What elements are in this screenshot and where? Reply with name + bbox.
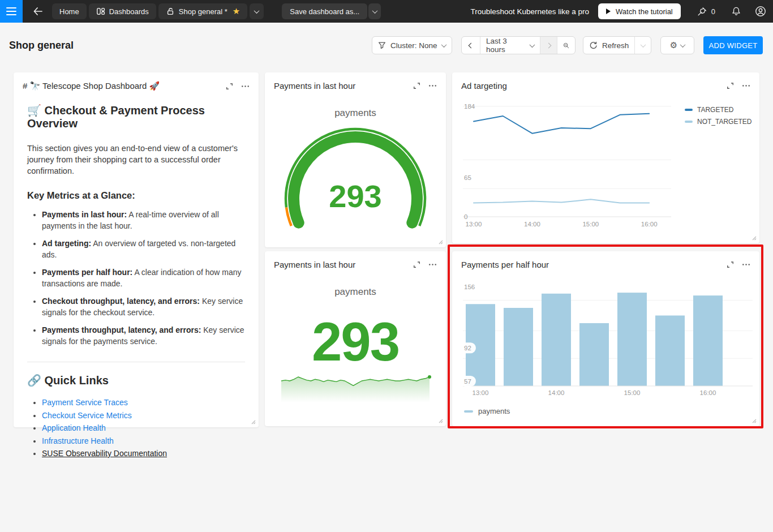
quick-link[interactable]: Application Health bbox=[42, 423, 106, 432]
series-label: payments bbox=[265, 108, 446, 119]
tab-dashboards-label: Dashboards bbox=[109, 7, 149, 16]
widget-title: Payments per half hour bbox=[461, 260, 727, 269]
metric-bullet: Payments per half hour: A clear indicati… bbox=[42, 267, 245, 289]
legend-label: TARGETED bbox=[697, 106, 733, 114]
quick-link[interactable]: Payment Service Traces bbox=[42, 398, 128, 407]
chevron-down-icon bbox=[254, 8, 260, 14]
bell-icon bbox=[731, 6, 741, 16]
svg-text:156: 156 bbox=[464, 284, 475, 290]
user-menu-button[interactable] bbox=[755, 6, 766, 17]
tab-home-label: Home bbox=[59, 7, 79, 16]
chart-legend: TARGETEDNOT_TARGETED bbox=[685, 106, 751, 126]
watch-tutorial-label: Watch the tutorial bbox=[616, 7, 673, 16]
time-back-button[interactable] bbox=[462, 37, 480, 54]
chart-legend[interactable]: payments bbox=[464, 407, 510, 415]
metric-bullet: Checkout throughput, latency, and errors… bbox=[42, 295, 245, 318]
tab-shop-general[interactable]: Shop general * ★ bbox=[158, 3, 247, 19]
tab-shop-general-label: Shop general * bbox=[179, 7, 227, 16]
save-dashboard-dropdown-button[interactable] bbox=[368, 3, 381, 19]
chevron-right-icon bbox=[546, 42, 552, 48]
widget-menu-button[interactable] bbox=[428, 261, 437, 268]
add-widget-label: ADD WIDGET bbox=[708, 41, 757, 50]
promo-text: Troubleshoot Kubernetes like a pro bbox=[470, 7, 589, 16]
svg-text:16:00: 16:00 bbox=[641, 221, 658, 228]
expand-widget-button[interactable] bbox=[727, 82, 734, 89]
top-navbar: Home Dashboards Shop general * ★ Save da… bbox=[0, 0, 773, 23]
time-forward-button[interactable] bbox=[540, 37, 557, 54]
quick-links-list: Payment Service TracesCheckout Service M… bbox=[42, 396, 245, 460]
metric-bullet: Ad targeting: An overview of targeted vs… bbox=[42, 238, 245, 260]
metric-value: 293 bbox=[265, 310, 446, 374]
page-title: Shop general bbox=[9, 40, 74, 52]
expand-widget-button[interactable] bbox=[226, 83, 233, 90]
widget-menu-button[interactable] bbox=[742, 261, 750, 268]
svg-text:14:00: 14:00 bbox=[548, 389, 565, 396]
zoom-out-button[interactable] bbox=[557, 37, 575, 54]
quick-link[interactable]: SUSE Observability Documentation bbox=[42, 449, 167, 458]
dashboard-settings-button[interactable]: ⚙ bbox=[660, 36, 694, 54]
back-button[interactable] bbox=[29, 3, 46, 19]
refresh-control: Refresh bbox=[583, 36, 651, 54]
resize-handle[interactable] bbox=[438, 239, 443, 244]
markdown-metrics-heading: Key Metrics at a Glance: bbox=[27, 190, 245, 201]
cluster-filter-button[interactable]: Cluster: None bbox=[372, 36, 452, 54]
chevron-down-icon bbox=[530, 42, 535, 48]
time-range-control: Last 3 hours bbox=[461, 36, 576, 54]
legend-swatch bbox=[685, 121, 693, 123]
refresh-button[interactable]: Refresh bbox=[583, 37, 634, 54]
expand-widget-button[interactable] bbox=[727, 261, 734, 268]
expand-widget-button[interactable] bbox=[413, 82, 420, 89]
svg-text:92: 92 bbox=[464, 345, 471, 351]
legend-label: payments bbox=[478, 407, 510, 415]
pin-count: 0 bbox=[711, 7, 715, 16]
expand-widget-button[interactable] bbox=[413, 261, 420, 268]
save-dashboard-as-button[interactable]: Save dashboard as... bbox=[282, 3, 367, 19]
save-dashboard-as-label: Save dashboard as... bbox=[290, 7, 359, 16]
widget-menu-button[interactable] bbox=[428, 82, 437, 89]
quick-link-item: Infrastructure Health bbox=[42, 435, 245, 448]
metric-bullet: Payments in last hour: A real-time overv… bbox=[42, 209, 245, 231]
time-range-button[interactable]: Last 3 hours bbox=[480, 37, 540, 54]
widget-ad-targeting: Ad targeting 18465013:0014:0015:0016:00 … bbox=[452, 72, 759, 243]
markdown-intro: This section gives you an end-to-end vie… bbox=[27, 143, 248, 177]
refresh-dropdown-button[interactable] bbox=[634, 37, 651, 54]
pinned-items-button[interactable]: 0 bbox=[697, 6, 715, 17]
refresh-label: Refresh bbox=[602, 41, 629, 50]
hamburger-menu-button[interactable] bbox=[0, 0, 23, 23]
gear-icon: ⚙ bbox=[670, 40, 677, 50]
widget-title: # 🔭 Telescope Shop Dashboard 🚀 bbox=[23, 81, 226, 91]
quick-link-item: Application Health bbox=[42, 422, 245, 435]
play-icon bbox=[606, 8, 611, 14]
quick-link[interactable]: Checkout Service Metrics bbox=[42, 411, 132, 420]
resize-handle[interactable] bbox=[751, 418, 757, 423]
widget-menu-button[interactable] bbox=[742, 82, 750, 89]
widget-payments-gauge: Payments in last hour payments 293 bbox=[265, 72, 446, 247]
tab-home[interactable]: Home bbox=[52, 3, 87, 19]
legend-item[interactable]: TARGETED bbox=[685, 106, 751, 114]
refresh-icon bbox=[589, 41, 598, 50]
resize-handle[interactable] bbox=[251, 419, 256, 424]
watch-tutorial-button[interactable]: Watch the tutorial bbox=[598, 3, 681, 19]
metrics-bullet-list: Payments in last hour: A real-time overv… bbox=[42, 209, 245, 347]
svg-text:15:00: 15:00 bbox=[624, 389, 641, 396]
chevron-down-icon bbox=[441, 42, 446, 48]
markdown-heading: 🛒 Checkout & Payment Process Overview bbox=[27, 104, 245, 130]
tab-dashboards[interactable]: Dashboards bbox=[89, 3, 156, 19]
svg-text:293: 293 bbox=[329, 178, 381, 214]
widget-title: Payments in last hour bbox=[274, 260, 413, 269]
quick-link-item: Checkout Service Metrics bbox=[42, 409, 245, 422]
tabs-overflow-button[interactable] bbox=[250, 3, 264, 19]
widget-title: Ad targeting bbox=[461, 81, 727, 91]
add-widget-button[interactable]: ADD WIDGET bbox=[703, 36, 763, 54]
widget-menu-button[interactable] bbox=[241, 83, 250, 90]
favorite-star-icon[interactable]: ★ bbox=[233, 6, 240, 16]
legend-item[interactable]: NOT_TARGETED bbox=[685, 118, 751, 126]
resize-handle[interactable] bbox=[751, 235, 757, 241]
svg-text:16:00: 16:00 bbox=[700, 389, 716, 396]
svg-text:65: 65 bbox=[464, 174, 471, 181]
resize-handle[interactable] bbox=[438, 418, 443, 423]
quick-link[interactable]: Infrastructure Health bbox=[42, 436, 114, 445]
lock-open-icon bbox=[166, 7, 175, 16]
dashboards-icon bbox=[96, 7, 105, 16]
notifications-button[interactable] bbox=[731, 6, 741, 16]
